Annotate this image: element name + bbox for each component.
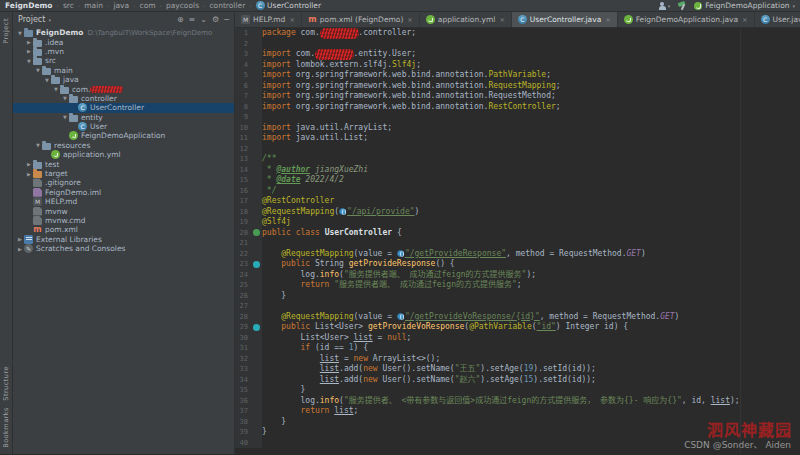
tree-item-external-libraries[interactable]: ▶External Libraries (13, 235, 234, 244)
line-number[interactable]: 37 (235, 406, 251, 417)
profile-menu[interactable]: ▾ (658, 1, 671, 10)
gutter[interactable] (251, 333, 262, 344)
code-line[interactable]: 36 log.info("服务提供者、 <带有参数与返回值>成功通过feign的… (235, 396, 800, 407)
gutter[interactable] (251, 196, 262, 207)
tree-item-mvnw[interactable]: mvnw (13, 206, 234, 215)
line-number[interactable]: 1 (235, 28, 251, 39)
line-number[interactable]: 40 (235, 438, 251, 449)
gutter[interactable] (251, 312, 262, 323)
code-line[interactable]: 26 } (235, 291, 800, 302)
tree-item-application-yml[interactable]: application.yml (13, 150, 234, 159)
line-number[interactable]: 12 (235, 144, 251, 155)
code-line[interactable]: 35 } (235, 385, 800, 396)
code-line[interactable]: 15 * @date 2022/4/2 (235, 175, 800, 186)
line-number[interactable]: 7 (235, 91, 251, 102)
tab-close-icon[interactable]: × (499, 16, 504, 24)
tab-usercontroller-java[interactable]: CUserController.java× (512, 12, 618, 27)
line-number[interactable]: 17 (235, 196, 251, 207)
code-line[interactable]: 16 */ (235, 186, 800, 197)
gutter[interactable] (251, 207, 262, 218)
line-number[interactable]: 14 (235, 165, 251, 176)
tree-item-feigndemo-iml[interactable]: FeignDemo.iml (13, 188, 234, 197)
line-number[interactable]: 16 (235, 186, 251, 197)
tree-item-feigndemoapplication[interactable]: FeignDemoApplication (13, 131, 234, 140)
gutter[interactable] (251, 102, 262, 113)
request-mapping-gutter-icon[interactable] (253, 261, 260, 268)
expand-all-icon[interactable]: ≡ (189, 15, 196, 24)
spring-bean-gutter-icon[interactable] (253, 229, 260, 236)
line-number[interactable]: 10 (235, 123, 251, 134)
gutter[interactable] (251, 123, 262, 134)
gutter[interactable] (251, 364, 262, 375)
gutter[interactable] (251, 217, 262, 228)
gutter[interactable] (251, 39, 262, 50)
tab-application-yml[interactable]: application.yml× (420, 12, 512, 27)
breadcrumb-item[interactable]: com (140, 1, 156, 10)
line-number[interactable]: 9 (235, 112, 251, 123)
tree-item-resources[interactable]: ▼resources (13, 141, 234, 150)
settings-icon[interactable]: ⚙ (212, 15, 219, 24)
breadcrumb-item[interactable]: paycools (166, 1, 199, 10)
tree-item-mvnw-cmd[interactable]: mvnw.cmd (13, 216, 234, 225)
tree-collapsed-arrow-icon[interactable]: ▶ (25, 48, 33, 54)
line-number[interactable]: 19 (235, 217, 251, 228)
gutter[interactable] (251, 165, 262, 176)
gutter[interactable] (251, 144, 262, 155)
tab-pom-xml-feigndemo-[interactable]: mpom.xml (FeignDemo)× (302, 12, 420, 27)
tree-collapsed-arrow-icon[interactable]: ▶ (16, 246, 24, 252)
tree-item-feigndemo[interactable]: ▼FeignDemoD:\TangbulT\WorkSpace\FeignDem… (13, 28, 234, 37)
tree-item-entity[interactable]: ▼entity (13, 113, 234, 122)
line-number[interactable]: 24 (235, 270, 251, 281)
tab-close-icon[interactable]: × (289, 16, 294, 24)
line-number[interactable]: 21 (235, 238, 251, 249)
tab-user-java[interactable]: CUser.java× (755, 12, 800, 27)
line-number[interactable]: 18 (235, 207, 251, 218)
breadcrumb-item[interactable]: java (113, 1, 129, 10)
code-line[interactable]: 17@RestController (235, 196, 800, 207)
code-line[interactable]: 37 return list; (235, 406, 800, 417)
gutter[interactable] (251, 249, 262, 260)
tab-close-icon[interactable]: × (742, 16, 747, 24)
code-line[interactable]: 2 (235, 39, 800, 50)
line-number[interactable]: 6 (235, 81, 251, 92)
tree-item--idea[interactable]: ▶.idea (13, 37, 234, 46)
gutter[interactable] (251, 354, 262, 365)
line-number[interactable]: 3 (235, 49, 251, 60)
gutter[interactable] (251, 427, 262, 438)
line-number[interactable]: 22 (235, 249, 251, 260)
tree-item-test[interactable]: ▶test (13, 159, 234, 168)
line-number[interactable]: 23 (235, 259, 251, 270)
tree-expanded-arrow-icon[interactable]: ▼ (61, 95, 69, 101)
tree-expanded-arrow-icon[interactable]: ▼ (16, 30, 24, 36)
line-number[interactable]: 13 (235, 154, 251, 165)
tree-item-user[interactable]: CUser (13, 122, 234, 131)
gutter[interactable] (251, 186, 262, 197)
code-line[interactable]: 29 public List<User> getProvideVoRespons… (235, 322, 800, 333)
breadcrumb-item[interactable]: FeignDemo (5, 1, 52, 10)
code-line[interactable]: 9 (235, 112, 800, 123)
run-configuration-select[interactable]: FeignDemoApplication ▾ (694, 1, 795, 10)
code-line[interactable]: 8import org.springframework.web.bind.ann… (235, 102, 800, 113)
tool-window-structure-button[interactable]: Structure (2, 366, 10, 401)
gutter[interactable] (251, 417, 262, 428)
tree-item-src[interactable]: ▼src (13, 56, 234, 65)
gutter[interactable] (251, 280, 262, 291)
gutter[interactable] (251, 60, 262, 71)
tree-expanded-arrow-icon[interactable]: ▼ (43, 77, 51, 83)
request-mapping-gutter-icon[interactable] (253, 324, 260, 331)
gutter[interactable] (251, 301, 262, 312)
tree-item-main[interactable]: ▼main (13, 66, 234, 75)
hide-icon[interactable]: ─ (224, 15, 229, 24)
tree-expanded-arrow-icon[interactable]: ▼ (61, 114, 69, 120)
code-line[interactable]: 38 } (235, 417, 800, 428)
tab-help-md[interactable]: MHELP.md× (235, 12, 302, 27)
tree-item-controller[interactable]: ▼controller (13, 94, 234, 103)
code-line[interactable]: 18@RequestMapping("/api/provide") (235, 207, 800, 218)
gutter[interactable] (251, 228, 262, 239)
tree-item-java[interactable]: ▼java (13, 75, 234, 84)
tree-expanded-arrow-icon[interactable]: ▼ (52, 86, 60, 92)
tool-window-bookmarks-button[interactable]: Bookmarks (2, 407, 10, 448)
tab-close-icon[interactable]: × (407, 16, 412, 24)
code-line[interactable]: 24 log.info("服务提供者端、 成功通过feign的方式提供服务"); (235, 270, 800, 281)
gutter[interactable] (251, 28, 262, 39)
